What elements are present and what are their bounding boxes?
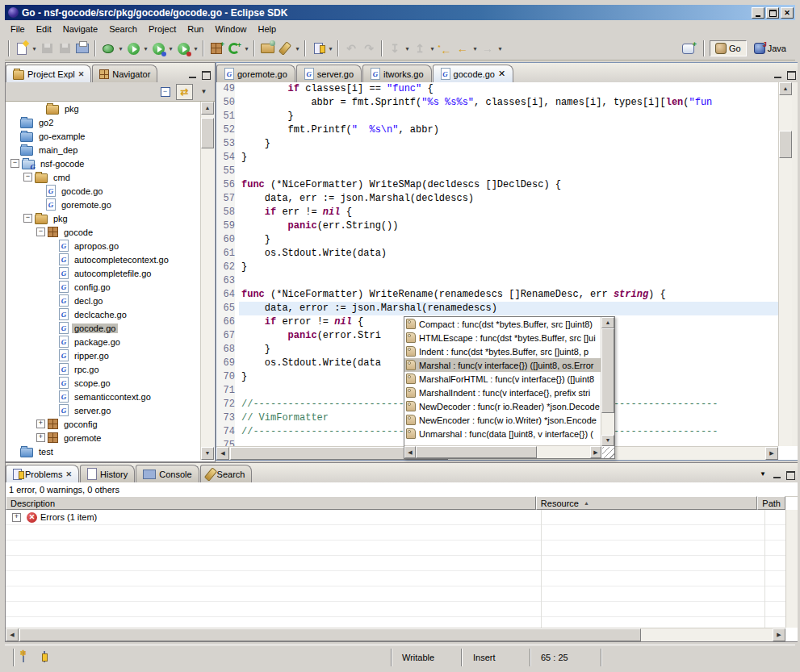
debug-dropdown[interactable]: ▾ bbox=[117, 45, 124, 52]
completion-item[interactable]: Unmarshal : func(data []uint8, v interfa… bbox=[404, 427, 601, 440]
run-dropdown[interactable]: ▾ bbox=[142, 45, 149, 52]
tree-item-pkg[interactable]: −pkg bbox=[6, 211, 201, 225]
print-button[interactable] bbox=[73, 40, 91, 57]
collapse-icon[interactable]: − bbox=[23, 173, 32, 182]
prev-annotation-button[interactable]: ↥ bbox=[411, 40, 429, 57]
completion-item[interactable]: NewEncoder : func(w io.Writer) *json.Enc… bbox=[404, 413, 601, 427]
tree-item-config-go[interactable]: config.go bbox=[6, 280, 201, 294]
restore-view-button[interactable] bbox=[44, 652, 45, 662]
editor-tab-itworks-go[interactable]: itworks.go bbox=[362, 65, 432, 82]
undo-nav-button[interactable]: ↶ bbox=[342, 40, 360, 57]
tree-item-pkg[interactable]: pkg bbox=[6, 102, 201, 115]
tree-scroll-down-icon[interactable]: ▼ bbox=[201, 447, 214, 460]
popup-vscroll-thumb[interactable] bbox=[601, 328, 614, 413]
tree-item-gocode[interactable]: −gocode bbox=[6, 225, 201, 239]
perspective-java-button[interactable]: J Java bbox=[748, 40, 792, 56]
run-external-dropdown[interactable]: ▾ bbox=[192, 45, 199, 52]
new-wizard-button[interactable] bbox=[13, 40, 31, 57]
minimize-view-button[interactable] bbox=[188, 70, 199, 79]
problems-hscroll-thumb[interactable] bbox=[19, 628, 641, 641]
tree-item-goconfig[interactable]: +goconfig bbox=[6, 417, 201, 431]
menu-edit[interactable]: Edit bbox=[31, 23, 57, 35]
minimize-problems-button[interactable] bbox=[773, 470, 783, 479]
tree-scroll-up-icon[interactable]: ▲ bbox=[201, 102, 214, 115]
search-dropdown[interactable]: ▾ bbox=[294, 45, 301, 52]
close-button[interactable]: ✕ bbox=[781, 7, 794, 19]
tree-item-gocode-go[interactable]: gocode.go bbox=[6, 321, 201, 335]
autocomplete-list[interactable]: Compact : func(dst *bytes.Buffer, src []… bbox=[404, 317, 601, 446]
problems-hscrollbar[interactable]: ◀ ▶ bbox=[6, 628, 785, 641]
minimize-editor-button[interactable] bbox=[773, 70, 784, 79]
tab-project-explorer[interactable]: Project Expl ✕ bbox=[6, 65, 91, 82]
tree-item-scope-go[interactable]: scope.go bbox=[6, 376, 201, 390]
run-button[interactable] bbox=[124, 40, 142, 57]
new-wizard-dropdown[interactable]: ▾ bbox=[31, 45, 38, 52]
next-annotation-button[interactable]: ↧ bbox=[386, 40, 404, 57]
maximize-problems-button[interactable] bbox=[785, 470, 796, 479]
view-menu-button[interactable]: ▼ bbox=[196, 85, 212, 99]
close-tab-icon[interactable]: ✕ bbox=[498, 69, 505, 79]
tree-item-go2[interactable]: go2 bbox=[6, 115, 201, 129]
popup-scroll-up-icon[interactable]: ▲ bbox=[601, 317, 614, 328]
tree-item-semanticcontext-go[interactable]: semanticcontext.go bbox=[6, 390, 201, 403]
column-description[interactable]: Description bbox=[6, 496, 536, 510]
tree-item-decl-go[interactable]: decl.go bbox=[6, 294, 201, 307]
open-perspective-button[interactable]: + bbox=[676, 41, 700, 56]
editor-scroll-right-icon[interactable]: ▶ bbox=[765, 447, 778, 460]
menu-window[interactable]: Window bbox=[209, 23, 252, 35]
editor-scroll-left-icon[interactable]: ◀ bbox=[216, 447, 229, 460]
maximize-editor-button[interactable] bbox=[786, 70, 797, 79]
search-button[interactable] bbox=[276, 40, 294, 57]
menu-search[interactable]: Search bbox=[103, 23, 143, 35]
menu-project[interactable]: Project bbox=[143, 23, 182, 35]
problems-scroll-right-icon[interactable]: ▶ bbox=[773, 628, 785, 641]
completion-item[interactable]: NewDecoder : func(r io.Reader) *json.Dec… bbox=[404, 399, 601, 413]
collapse-all-button[interactable]: − bbox=[157, 85, 173, 99]
expand-icon[interactable]: + bbox=[36, 419, 45, 428]
tree-item-ripper-go[interactable]: ripper.go bbox=[6, 349, 201, 362]
tree-item-nsf-gocode[interactable]: −nsf-gocode bbox=[6, 157, 201, 170]
back-dropdown[interactable]: ▾ bbox=[471, 45, 479, 52]
problems-scroll-left-icon[interactable]: ◀ bbox=[6, 628, 19, 641]
tab-history[interactable]: History bbox=[80, 465, 135, 482]
project-tree[interactable]: pkggo2go-examplemain_dep−nsf-gocode−cmdg… bbox=[6, 102, 201, 460]
completion-item[interactable]: MarshalIndent : func(v interface{}, pref… bbox=[404, 386, 601, 399]
tab-problems[interactable]: Problems✕ bbox=[6, 465, 79, 482]
go-compile-button[interactable]: + bbox=[225, 40, 243, 57]
run-external-button[interactable] bbox=[174, 40, 192, 57]
tree-item-gocode-go[interactable]: gocode.go bbox=[6, 184, 201, 198]
tree-item-rpc-go[interactable]: rpc.go bbox=[6, 362, 201, 376]
menu-navigate[interactable]: Navigate bbox=[57, 23, 103, 35]
close-view-icon[interactable]: ✕ bbox=[78, 70, 85, 78]
editor-tab-server-go[interactable]: server.go bbox=[296, 65, 362, 82]
fast-view-button[interactable]: ✽ bbox=[23, 652, 24, 662]
expand-icon[interactable]: + bbox=[12, 513, 21, 522]
tab-navigator[interactable]: Navigator bbox=[92, 65, 157, 82]
forward-button[interactable]: → bbox=[479, 40, 496, 57]
save-button[interactable] bbox=[38, 40, 56, 57]
tree-item-main_dep[interactable]: main_dep bbox=[6, 143, 201, 157]
back-button[interactable]: ← bbox=[454, 40, 471, 57]
debug-button[interactable] bbox=[99, 40, 117, 57]
popup-vscrollbar[interactable]: ▲ ▼ bbox=[601, 317, 614, 446]
editor-scroll-up-icon[interactable]: ▲ bbox=[779, 82, 792, 95]
popup-scroll-right-icon[interactable]: ▶ bbox=[590, 446, 601, 458]
tab-search[interactable]: Search bbox=[200, 465, 253, 482]
collapse-icon[interactable]: − bbox=[23, 214, 32, 223]
menu-run[interactable]: Run bbox=[182, 23, 209, 35]
tree-item-autocompletecontext-go[interactable]: autocompletecontext.go bbox=[6, 253, 201, 266]
minimize-button[interactable] bbox=[752, 7, 764, 19]
tree-item-cmd[interactable]: −cmd bbox=[6, 170, 201, 184]
maximize-view-button[interactable] bbox=[201, 70, 212, 79]
maximize-button[interactable] bbox=[766, 7, 779, 19]
collapse-icon[interactable]: − bbox=[36, 227, 45, 236]
annotation-dropdown[interactable]: ▾ bbox=[327, 45, 334, 52]
problems-table[interactable]: +✕Errors (1 item) bbox=[6, 510, 785, 628]
link-with-editor-button[interactable]: ⇄ bbox=[176, 84, 193, 100]
column-path[interactable]: Path bbox=[757, 496, 785, 510]
menu-file[interactable]: File bbox=[5, 23, 31, 35]
completion-item[interactable]: Indent : func(dst *bytes.Buffer, src []u… bbox=[404, 344, 601, 358]
tree-item-goremote[interactable]: +goremote bbox=[6, 431, 201, 445]
new-go-package-button[interactable]: + bbox=[207, 40, 225, 57]
tree-item-declcache-go[interactable]: declcache.go bbox=[6, 307, 201, 321]
